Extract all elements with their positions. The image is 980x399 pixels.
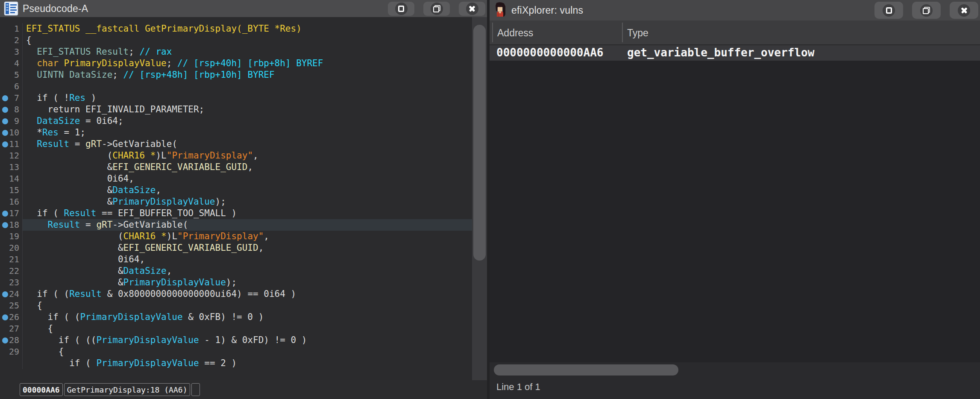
code-text[interactable]: Result = gRT->GetVariable( bbox=[22, 138, 472, 150]
code-line[interactable]: 21 0i64, bbox=[0, 254, 472, 265]
address-dot-icon[interactable] bbox=[2, 141, 8, 147]
code-line[interactable]: 6 bbox=[0, 81, 472, 92]
address-dot-icon[interactable] bbox=[2, 118, 8, 124]
code-token: ( bbox=[26, 231, 123, 241]
address-dot-icon[interactable] bbox=[2, 291, 8, 297]
code-text[interactable]: &EFI_GENERIC_VARIABLE_GUID, bbox=[22, 242, 472, 254]
code-token: // [rsp+48h] [rbp+10h] BYREF bbox=[123, 70, 275, 80]
horizontal-scrollbar-thumb[interactable] bbox=[494, 364, 678, 376]
code-text[interactable]: 0i64, bbox=[22, 173, 472, 185]
code-line[interactable]: 7 if ( !Res ) bbox=[0, 92, 472, 104]
restore-button[interactable] bbox=[423, 2, 450, 16]
code-gutter: 28 bbox=[0, 334, 22, 346]
code-gutter: 12 bbox=[0, 150, 22, 161]
code-text[interactable] bbox=[22, 81, 472, 92]
code-line[interactable]: 1EFI_STATUS __fastcall GetPrimaryDisplay… bbox=[0, 23, 472, 35]
address-dot-icon[interactable] bbox=[2, 211, 8, 217]
code-text[interactable]: if ( !Res ) bbox=[22, 92, 472, 104]
vulns-horizontal-scrollbar[interactable] bbox=[490, 362, 980, 378]
code-text[interactable]: { bbox=[22, 323, 472, 334]
code-line[interactable]: 25 { bbox=[0, 300, 472, 311]
code-text[interactable]: *Res = 1; bbox=[22, 127, 472, 138]
code-line[interactable]: 23 &PrimaryDisplayValue); bbox=[0, 277, 472, 288]
code-gutter: 15 bbox=[0, 185, 22, 196]
code-line[interactable]: 26 if ( (PrimaryDisplayValue & 0xFB) != … bbox=[0, 311, 472, 323]
code-text[interactable]: { bbox=[22, 346, 472, 358]
maximize-button[interactable] bbox=[388, 2, 414, 16]
code-line[interactable]: 9 DataSize = 0i64; bbox=[0, 115, 472, 127]
code-text[interactable]: EFI_STATUS __fastcall GetPrimaryDisplay(… bbox=[22, 23, 472, 35]
code-text[interactable]: &PrimaryDisplayValue); bbox=[22, 196, 472, 208]
vulns-status-bar: Line 1 of 1 bbox=[490, 378, 980, 399]
code-token: gRT bbox=[85, 139, 102, 149]
code-line[interactable]: 4 char PrimaryDisplayValue; // [rsp+40h]… bbox=[0, 58, 472, 69]
code-line[interactable]: 2{ bbox=[0, 35, 472, 46]
cell-address[interactable]: 0000000000000AA6 bbox=[496, 45, 603, 61]
code-text[interactable]: if ( ((PrimaryDisplayValue - 1) & 0xFD) … bbox=[22, 334, 472, 346]
column-header-address[interactable]: Address bbox=[497, 21, 533, 45]
code-text[interactable]: if ( (Result & 0x8000000000000000ui64) =… bbox=[22, 288, 472, 300]
code-line[interactable]: 15 &DataSize, bbox=[0, 185, 472, 196]
maximize-button[interactable] bbox=[874, 2, 903, 19]
code-text[interactable]: UINTN DataSize; // [rsp+48h] [rbp+10h] B… bbox=[22, 69, 472, 81]
code-text[interactable]: if ( PrimaryDisplayValue == 2 ) bbox=[22, 358, 472, 369]
code-text[interactable]: (CHAR16 *)L"PrimaryDisplay", bbox=[22, 150, 472, 161]
code-text[interactable]: if ( Result == EFI_BUFFER_TOO_SMALL ) bbox=[22, 208, 472, 219]
pseudocode-vertical-scrollbar[interactable] bbox=[472, 17, 487, 380]
address-dot-icon[interactable] bbox=[2, 107, 8, 113]
code-line[interactable]: 5 UINTN DataSize; // [rsp+48h] [rbp+10h]… bbox=[0, 69, 472, 81]
code-text[interactable]: { bbox=[22, 300, 472, 311]
close-button[interactable] bbox=[459, 2, 485, 16]
code-text[interactable]: char PrimaryDisplayValue; // [rsp+40h] [… bbox=[22, 58, 472, 69]
code-line[interactable]: 16 &PrimaryDisplayValue); bbox=[0, 196, 472, 208]
code-text[interactable]: EFI_STATUS Result; // rax bbox=[22, 46, 472, 58]
code-text[interactable]: &DataSize, bbox=[22, 185, 472, 196]
code-token bbox=[26, 139, 37, 149]
code-line[interactable]: 24 if ( (Result & 0x8000000000000000ui64… bbox=[0, 288, 472, 300]
code-text[interactable]: if ( (PrimaryDisplayValue & 0xFB) != 0 ) bbox=[22, 311, 472, 323]
code-text[interactable]: (CHAR16 *)L"PrimaryDisplay", bbox=[22, 231, 472, 242]
code-text[interactable]: &EFI_GENERIC_VARIABLE_GUID, bbox=[22, 161, 472, 173]
address-dot-icon[interactable] bbox=[2, 130, 8, 136]
code-token bbox=[26, 58, 37, 68]
code-text[interactable]: return EFI_INVALID_PARAMETER; bbox=[22, 104, 472, 115]
code-line[interactable]: 3 EFI_STATUS Result; // rax bbox=[0, 46, 472, 58]
code-text[interactable]: &DataSize, bbox=[22, 265, 472, 277]
code-text[interactable]: DataSize = 0i64; bbox=[22, 115, 472, 127]
code-line[interactable]: 12 (CHAR16 *)L"PrimaryDisplay", bbox=[0, 150, 472, 161]
code-line[interactable]: 8 return EFI_INVALID_PARAMETER; bbox=[0, 104, 472, 115]
code-line[interactable]: 22 &DataSize, bbox=[0, 265, 472, 277]
restore-button[interactable] bbox=[912, 2, 941, 19]
code-line[interactable]: 18 Result = gRT->GetVariable( bbox=[0, 219, 472, 231]
code-line[interactable]: 11 Result = gRT->GetVariable( bbox=[0, 138, 472, 150]
code-gutter bbox=[0, 358, 22, 369]
code-token: ->GetVariable( bbox=[102, 139, 177, 149]
code-token: ) bbox=[85, 93, 96, 103]
code-line[interactable]: 27 { bbox=[0, 323, 472, 334]
code-text[interactable]: { bbox=[22, 35, 472, 46]
code-line[interactable]: 20 &EFI_GENERIC_VARIABLE_GUID, bbox=[0, 242, 472, 254]
close-button[interactable] bbox=[950, 2, 978, 19]
vertical-scrollbar-thumb[interactable] bbox=[473, 25, 486, 261]
code-line[interactable]: 13 &EFI_GENERIC_VARIABLE_GUID, bbox=[0, 161, 472, 173]
code-text[interactable]: 0i64, bbox=[22, 254, 472, 265]
header-separator[interactable] bbox=[622, 23, 623, 42]
code-line[interactable]: 29 { bbox=[0, 346, 472, 358]
pseudocode-view[interactable]: 1EFI_STATUS __fastcall GetPrimaryDisplay… bbox=[0, 17, 472, 380]
address-dot-icon[interactable] bbox=[2, 222, 8, 228]
code-line[interactable]: 14 0i64, bbox=[0, 173, 472, 185]
address-dot-icon[interactable] bbox=[2, 314, 8, 320]
code-line[interactable]: 28 if ( ((PrimaryDisplayValue - 1) & 0xF… bbox=[0, 334, 472, 346]
code-line[interactable]: 10 *Res = 1; bbox=[0, 127, 472, 138]
code-text[interactable]: &PrimaryDisplayValue); bbox=[22, 277, 472, 288]
table-row[interactable]: 0000000000000AA6get_variable_buffer_over… bbox=[490, 45, 980, 61]
code-line[interactable]: 19 (CHAR16 *)L"PrimaryDisplay", bbox=[0, 231, 472, 242]
code-text[interactable]: Result = gRT->GetVariable( bbox=[22, 219, 472, 231]
address-dot-icon[interactable] bbox=[2, 95, 8, 101]
code-line[interactable]: if ( PrimaryDisplayValue == 2 ) bbox=[0, 358, 472, 369]
address-dot-icon[interactable] bbox=[2, 337, 8, 343]
column-header-type[interactable]: Type bbox=[627, 21, 648, 45]
code-line[interactable]: 17 if ( Result == EFI_BUFFER_TOO_SMALL ) bbox=[0, 208, 472, 219]
cell-type[interactable]: get_variable_buffer_overflow bbox=[627, 45, 814, 61]
code-token: , bbox=[253, 150, 258, 161]
